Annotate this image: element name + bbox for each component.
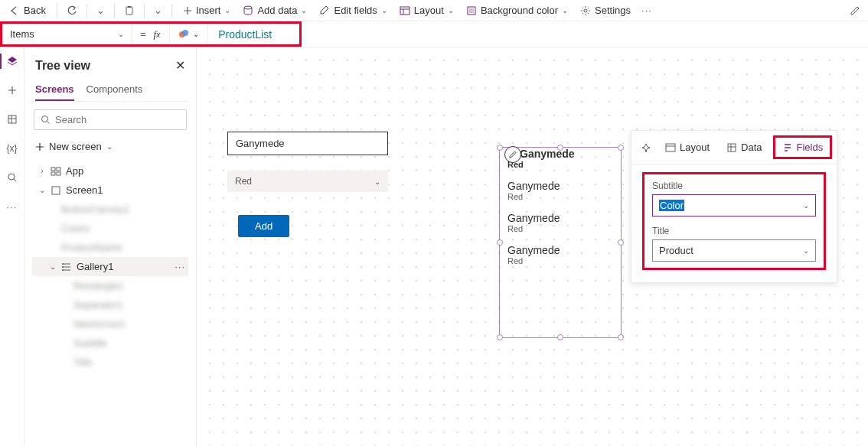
tree-item-blurred[interactable]: NextArrow1: [32, 314, 188, 334]
pin-icon: [641, 142, 651, 153]
tree-view-rail-icon[interactable]: [5, 54, 20, 69]
undo-chevron[interactable]: ⌄: [93, 2, 108, 19]
svg-rect-9: [8, 116, 16, 123]
fx-icon: fx: [154, 24, 170, 44]
svg-rect-15: [57, 172, 60, 175]
tab-fields[interactable]: Fields: [776, 138, 830, 156]
search-icon: [41, 115, 51, 125]
prop-pane-body: Subtitle Color ⌄ Title Product ⌄: [631, 164, 837, 282]
database-icon: [243, 5, 253, 16]
variables-rail-icon[interactable]: {x}: [5, 141, 20, 156]
subtitle-field-select[interactable]: Color ⌄: [652, 194, 816, 216]
formula-input[interactable]: ProductList: [207, 24, 299, 44]
tree-item-blurred[interactable]: Colors: [32, 219, 188, 238]
search-input[interactable]: [55, 114, 184, 125]
fields-icon: [782, 142, 793, 153]
tab-data-label: Data: [741, 142, 762, 153]
app-icon: [51, 166, 61, 177]
tree-item-gallery1[interactable]: ⌄ Gallery1 ···: [32, 257, 188, 276]
svg-point-10: [8, 174, 15, 180]
resize-handle[interactable]: [618, 334, 624, 340]
subtitle-field-value: Color: [659, 200, 684, 211]
gallery-item[interactable]: Ganymede Red: [500, 238, 621, 270]
resize-handle[interactable]: [497, 239, 503, 246]
tree-item-screen1[interactable]: ⌄ Screen1: [32, 181, 188, 200]
copilot-button[interactable]: ⌄: [169, 24, 207, 44]
color-dropdown[interactable]: Red ⌄: [227, 171, 388, 192]
bgcolor-menu[interactable]: Background color ⌄: [462, 2, 573, 18]
more-commands[interactable]: ···: [638, 2, 655, 19]
property-pane: Layout Data Fields Subtitle Col: [631, 130, 837, 283]
back-button[interactable]: Back: [5, 2, 51, 18]
prop-pane-tabs: Layout Data Fields: [631, 131, 837, 164]
svg-rect-0: [126, 7, 132, 15]
separator: [171, 4, 172, 18]
tree-item-blurred[interactable]: Separator1: [32, 295, 188, 314]
insert-menu[interactable]: Insert ⌄: [178, 2, 236, 18]
edit-fields-menu[interactable]: Edit fields ⌄: [315, 2, 391, 18]
edit-pencil-button[interactable]: [847, 2, 863, 19]
close-icon[interactable]: ✕: [175, 58, 185, 73]
svg-rect-13: [57, 168, 60, 171]
undo-button[interactable]: [64, 2, 80, 19]
search-rail-icon[interactable]: [5, 170, 20, 185]
data-rail-icon[interactable]: [5, 112, 20, 127]
gallery-item[interactable]: Ganymede Red: [500, 206, 621, 238]
svg-point-19: [62, 269, 64, 271]
tree-item-blurred[interactable]: ButtonCanvas1: [32, 200, 188, 219]
main-area: {x} ··· Tree view ✕ Screens Components N…: [0, 47, 868, 446]
edit-fields-label: Edit fields: [334, 5, 377, 16]
gallery-selection[interactable]: Ganymede Red Ganymede Red Ganymede Red G…: [499, 147, 622, 338]
paste-chevron[interactable]: ⌄: [151, 2, 165, 19]
tree-item-blurred[interactable]: Title: [32, 353, 188, 372]
layers-icon: [6, 55, 18, 67]
svg-rect-21: [728, 144, 736, 151]
paste-button[interactable]: [121, 2, 138, 19]
undo-icon: [67, 5, 77, 16]
separator: [144, 4, 145, 18]
title-field-value: Product: [659, 245, 693, 256]
resize-handle[interactable]: [618, 239, 624, 246]
product-name-input[interactable]: [227, 132, 388, 155]
edit-template-badge[interactable]: [504, 146, 521, 163]
back-label: Back: [24, 5, 46, 16]
tab-components[interactable]: Components: [86, 79, 143, 101]
title-field-label: Title: [652, 226, 816, 236]
separator: [114, 4, 115, 18]
settings-menu[interactable]: Settings: [576, 2, 635, 18]
tab-data[interactable]: Data: [720, 138, 768, 156]
title-field-select[interactable]: Product ⌄: [652, 239, 816, 262]
more-rail-icon[interactable]: ···: [5, 199, 20, 214]
tree-search[interactable]: [34, 109, 187, 130]
svg-point-6: [584, 9, 587, 12]
gallery-item-subtitle: Red: [507, 224, 613, 233]
tree-item-blurred[interactable]: Subtitle: [32, 334, 188, 353]
settings-label: Settings: [595, 5, 631, 16]
insert-rail-icon[interactable]: [5, 83, 20, 98]
property-selector[interactable]: Items ⌄: [2, 24, 132, 44]
separator: [86, 4, 87, 18]
layout-menu[interactable]: Layout ⌄: [395, 2, 458, 18]
pin-button[interactable]: [638, 139, 654, 156]
tab-screens[interactable]: Screens: [35, 79, 74, 101]
tab-layout[interactable]: Layout: [659, 138, 716, 156]
more-icon[interactable]: ···: [175, 261, 185, 272]
dropdown-value: Red: [235, 176, 252, 187]
tree-view-panel: Tree view ✕ Screens Components New scree…: [24, 47, 197, 446]
equals-label: =: [132, 24, 154, 44]
add-data-menu[interactable]: Add data ⌄: [238, 2, 312, 18]
fields-highlight: Fields: [773, 135, 833, 159]
resize-handle[interactable]: [497, 334, 503, 340]
tree-item-blurred[interactable]: Rectangle1: [32, 276, 188, 295]
add-data-label: Add data: [257, 5, 297, 16]
tree-item-blurred[interactable]: ProductName: [32, 238, 188, 257]
new-screen-button[interactable]: New screen ⌄: [32, 136, 188, 157]
svg-rect-3: [400, 7, 410, 15]
resize-handle[interactable]: [557, 334, 563, 340]
tree-item-app[interactable]: › App: [32, 161, 188, 181]
bgcolor-label: Background color: [481, 5, 558, 16]
add-button[interactable]: Add: [238, 215, 289, 237]
left-rail: {x} ···: [0, 47, 24, 446]
gallery-item[interactable]: Ganymede Red: [500, 174, 621, 206]
tree-list: › App ⌄ Screen1 ButtonCanvas1 Colors Pro…: [32, 161, 188, 372]
